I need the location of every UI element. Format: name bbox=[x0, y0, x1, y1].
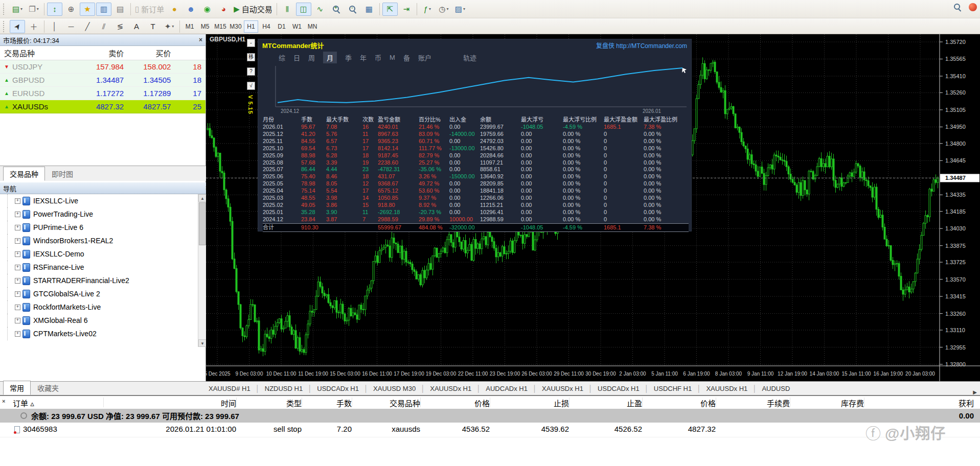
data-window-icon[interactable]: ▤ bbox=[112, 3, 128, 16]
cursor-icon[interactable]: ➤ bbox=[10, 20, 25, 33]
navigator-tab-收藏夹[interactable]: 收藏夹 bbox=[31, 381, 65, 395]
terminal-col-0[interactable]: 订单 ▵ bbox=[13, 398, 105, 408]
market-watch-col-1[interactable]: 卖价 bbox=[67, 48, 128, 58]
chart-tab[interactable]: USDCHF H1 bbox=[649, 385, 697, 392]
timeframe-mn[interactable]: MN bbox=[305, 20, 320, 33]
timeframe-h4[interactable]: H4 bbox=[259, 20, 274, 33]
nav-item-cptmarkets-live02[interactable]: +CPTMarkets-Live02 bbox=[0, 327, 198, 340]
chart-tab[interactable]: USDCADx H1 bbox=[312, 385, 364, 392]
terminal-col-9[interactable]: 手续费 bbox=[717, 398, 790, 408]
chart-tab[interactable]: AUDUSD bbox=[757, 385, 795, 392]
trendline-icon[interactable]: ╱ bbox=[80, 20, 95, 33]
templates-icon[interactable]: ▨▾ bbox=[452, 3, 468, 16]
label-icon[interactable]: T bbox=[145, 20, 161, 33]
timeframe-w1[interactable]: W1 bbox=[290, 20, 304, 33]
market-watch-close-icon[interactable]: × bbox=[199, 36, 202, 43]
expand-icon[interactable]: + bbox=[15, 278, 20, 284]
nav-item-rockfortmarkets-live[interactable]: +RockfortMarkets-Live bbox=[0, 300, 198, 314]
timeframe-d1[interactable]: D1 bbox=[275, 20, 289, 33]
market-ball-icon[interactable]: ◕ bbox=[216, 3, 231, 16]
history-bag-icon[interactable]: ● bbox=[167, 3, 182, 16]
experts-icon[interactable]: ☻ bbox=[183, 3, 198, 16]
terminal-col-2[interactable]: 类型 bbox=[238, 398, 302, 408]
stats-menu-日[interactable]: 日 bbox=[293, 53, 300, 62]
chart-tab[interactable]: XAUUSDx H1 bbox=[537, 385, 588, 392]
market-watch-tab-交易品种[interactable]: 交易品种 bbox=[3, 167, 45, 181]
tabs-scroll-right-icon[interactable]: ▶ bbox=[973, 389, 980, 395]
hline-icon[interactable]: ─ bbox=[63, 20, 79, 33]
signals-icon[interactable]: ◉ bbox=[199, 3, 215, 16]
expand-icon[interactable]: + bbox=[15, 318, 20, 323]
navigator-scrollbar[interactable]: ▲ ▼ bbox=[198, 194, 207, 347]
chart-tab[interactable]: USDCADx H1 bbox=[592, 385, 645, 392]
new-order-icon[interactable]: ▯新订单 bbox=[133, 3, 166, 16]
market-watch-col-2[interactable]: 买价 bbox=[128, 48, 175, 58]
scrollbar-thumb[interactable] bbox=[199, 202, 206, 245]
tick-chart-icon[interactable]: ↕ bbox=[47, 3, 62, 16]
terminal-col-3[interactable]: 手数 bbox=[303, 398, 352, 408]
timeframe-m15[interactable]: M15 bbox=[213, 20, 227, 33]
minimize-button[interactable]: - bbox=[247, 39, 255, 47]
scroll-up-icon[interactable]: ▲ bbox=[198, 194, 207, 202]
terminal-col-1[interactable]: 时间 bbox=[105, 398, 236, 408]
market-watch-tab-即时图[interactable]: 即时图 bbox=[45, 167, 80, 181]
crosshair-icon[interactable]: ＋ bbox=[26, 20, 41, 33]
line-chart-icon[interactable]: ∿ bbox=[312, 3, 328, 16]
terminal-col-6[interactable]: 止损 bbox=[491, 398, 569, 408]
navigator-tab-常用[interactable]: 常用 bbox=[3, 381, 31, 395]
search-icon[interactable] bbox=[953, 3, 962, 11]
channel-icon[interactable]: ⫽ bbox=[96, 20, 111, 33]
tile-windows-icon[interactable]: ▦ bbox=[361, 3, 377, 16]
market-watch-icon[interactable]: ▥ bbox=[96, 3, 111, 16]
fibonacci-icon[interactable]: ≶ bbox=[112, 20, 128, 33]
terminal-col-7[interactable]: 止盈 bbox=[571, 398, 642, 408]
expand-icon[interactable]: + bbox=[15, 212, 20, 217]
shapes-icon[interactable]: ✦▾ bbox=[162, 20, 177, 33]
stats-link[interactable]: 复盘侠 http://MTCommander.com bbox=[596, 41, 687, 50]
confirm-button[interactable]: √ bbox=[247, 82, 255, 90]
nav-item-iexsllc-live[interactable]: +IEXSLLC-Live bbox=[0, 194, 198, 207]
arrange-icon[interactable]: ⇱ bbox=[382, 3, 398, 16]
chart-tab[interactable]: XAUUSDx H1 bbox=[425, 385, 476, 392]
autotrading-icon[interactable]: ▶自动交易 bbox=[232, 3, 274, 16]
nav-item-iexsllc-demo[interactable]: +IEXSLLC-Demo bbox=[0, 247, 198, 261]
periods-clock-icon[interactable]: ◷▾ bbox=[436, 3, 451, 16]
expand-icon[interactable]: + bbox=[15, 291, 20, 297]
market-row-eurusd[interactable]: ▲EURUSD1.172721.1728917 bbox=[0, 87, 206, 100]
nav-item-gtcglobalsa-live-2[interactable]: +GTCGlobalSA-Live 2 bbox=[0, 287, 198, 300]
expand-icon[interactable]: + bbox=[15, 238, 20, 244]
stats-menu-轨迹[interactable]: 轨迹 bbox=[463, 53, 476, 62]
chart-tab[interactable]: NZDUSD H1 bbox=[260, 385, 308, 392]
stats-menu-备[interactable]: 备 bbox=[403, 53, 410, 62]
zoom-in-icon[interactable]: + bbox=[329, 3, 344, 16]
crosshair-target-icon[interactable]: ⊕ bbox=[63, 3, 79, 16]
market-row-xauusds[interactable]: ▲XAUUSDs4827.324827.5725 bbox=[0, 100, 206, 113]
timeframe-m1[interactable]: M1 bbox=[183, 20, 197, 33]
favorites-folder-icon[interactable]: ★ bbox=[80, 3, 95, 16]
stats-menu-年[interactable]: 年 bbox=[360, 53, 367, 62]
timeframe-m5[interactable]: M5 bbox=[198, 20, 212, 33]
expand-icon[interactable]: + bbox=[15, 265, 20, 270]
bar-chart-icon[interactable]: ⫴ bbox=[280, 3, 295, 16]
stats-menu-综[interactable]: 综 bbox=[279, 53, 285, 62]
stats-menu-M[interactable]: M bbox=[390, 54, 395, 61]
expand-icon[interactable]: + bbox=[15, 331, 20, 337]
chart-tab[interactable]: XAUUSDx H1 bbox=[701, 385, 753, 392]
terminal-col-4[interactable]: 交易品种 bbox=[353, 398, 420, 408]
candle-chart-icon[interactable]: ◫ bbox=[296, 3, 311, 16]
chart-tab[interactable]: XAUUSD M30 bbox=[368, 385, 421, 392]
nav-item-startraderfinancial-live2[interactable]: +STARTRADERFinancial-Live2 bbox=[0, 274, 198, 287]
nav-item-rsfinance-live[interactable]: +RSFinance-Live bbox=[0, 261, 198, 274]
timeframe-m30[interactable]: M30 bbox=[229, 20, 243, 33]
scroll-down-icon[interactable]: ▼ bbox=[198, 339, 207, 347]
text-icon[interactable]: A bbox=[129, 20, 144, 33]
nav-item-powertrading-live[interactable]: +PowerTrading-Live bbox=[0, 207, 198, 221]
order-row[interactable]: 304659832026.01.21 01:01:00sell stop7.20… bbox=[0, 423, 980, 437]
nav-item-windsorbrokers1-real2[interactable]: +WindsorBrokers1-REAL2 bbox=[0, 234, 198, 247]
terminal-col-11[interactable]: 获利 bbox=[865, 398, 974, 408]
terminal-col-5[interactable]: 价格 bbox=[422, 398, 490, 408]
chart-tab[interactable]: AUDCADx H1 bbox=[481, 385, 533, 392]
indicators-icon[interactable]: ƒ▾ bbox=[420, 3, 435, 16]
expand-icon[interactable]: + bbox=[15, 198, 20, 204]
expand-icon[interactable]: + bbox=[15, 305, 20, 310]
